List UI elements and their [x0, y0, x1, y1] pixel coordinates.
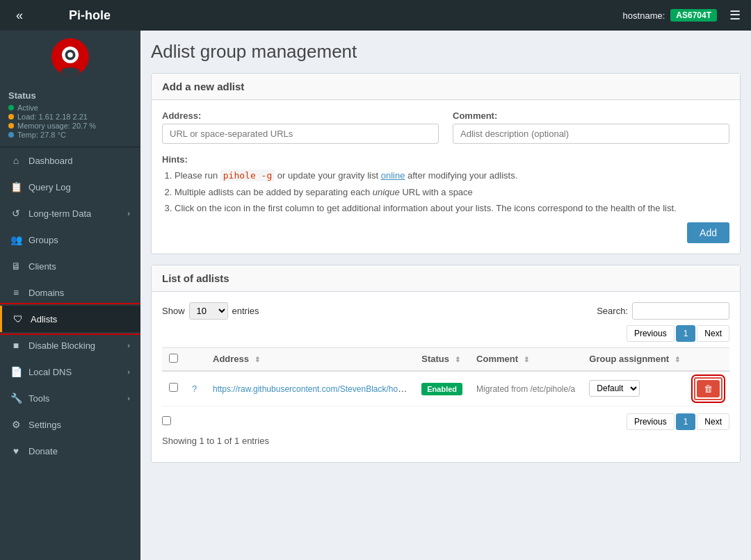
bottom-next-button[interactable]: Next — [697, 413, 729, 430]
sidebar-item-label: Settings — [29, 420, 61, 430]
delete-btn-wrapper: 🗑 — [694, 377, 722, 400]
hints-list: Please run pihole -g or update your grav… — [162, 169, 729, 215]
sidebar-item-domains[interactable]: ≡ Domains — [0, 279, 140, 306]
hostname-badge: AS6704T — [670, 9, 717, 22]
row-group-cell: Default — [582, 371, 687, 406]
clients-icon: 🖥 — [10, 261, 22, 272]
groups-icon: 👥 — [10, 234, 22, 245]
row-actions-cell: 🗑 — [687, 371, 729, 406]
address-input[interactable] — [162, 124, 439, 144]
row-address-link[interactable]: https://raw.githubusercontent.com/Steven… — [213, 384, 414, 394]
sidebar-item-tools[interactable]: 🔧 Tools › — [0, 385, 140, 411]
top-next-button[interactable]: Next — [697, 325, 729, 342]
sidebar-item-label: Local DNS — [29, 367, 72, 377]
sort-comment-icon: ⇕ — [524, 356, 529, 363]
status-active-line: Active — [8, 104, 132, 112]
hostname-label: hostname: — [623, 10, 665, 21]
chevron-right-icon: › — [127, 394, 130, 402]
table-bottom-area: Previous 1 Next — [162, 413, 729, 430]
sidebar-item-long-term-data[interactable]: ↺ Long-term Data › — [0, 200, 140, 227]
address-form-group: Address: — [162, 110, 439, 144]
query-log-icon: 📋 — [10, 181, 22, 192]
sidebar-item-groups[interactable]: 👥 Groups — [0, 227, 140, 253]
entries-select[interactable]: 10 25 50 100 — [189, 302, 228, 320]
add-adlist-button[interactable]: Add — [687, 222, 729, 243]
sidebar-item-disable-blocking[interactable]: ■ Disable Blocking › — [0, 332, 140, 359]
row-checkbox[interactable] — [169, 383, 178, 392]
sidebar-menu: ⌂ Dashboard 📋 Query Log ↺ Long-term Data… — [0, 147, 140, 464]
tools-icon: 🔧 — [10, 393, 22, 404]
search-area: Search: — [597, 302, 729, 320]
top-navbar: « Pi-hole hostname: AS6704T ☰ — [0, 0, 751, 31]
sidebar-item-label: Domains — [29, 288, 64, 298]
top-pagination-row: Previous 1 Next — [162, 325, 729, 342]
delete-adlist-button[interactable]: 🗑 — [697, 380, 720, 397]
row-status-cell: Enabled — [414, 371, 469, 406]
info-icon[interactable]: ? — [192, 384, 197, 394]
sidebar: Status Active Load: 1.61 2.18 2.21 Memor… — [0, 31, 140, 560]
sidebar-item-adlists[interactable]: 🛡 Adlists — [0, 306, 140, 332]
sidebar-item-label: Long-term Data — [29, 208, 91, 219]
sidebar-item-donate[interactable]: ♥ Donate — [0, 438, 140, 464]
domains-icon: ≡ — [10, 287, 22, 298]
th-address[interactable]: Address ⇕ — [206, 347, 414, 371]
add-adlist-form-row: Address: Comment: — [162, 110, 729, 144]
temp-dot-icon — [8, 132, 14, 138]
status-temp-line: Temp: 27.8 °C — [8, 131, 132, 139]
sidebar-item-dashboard[interactable]: ⌂ Dashboard — [0, 147, 140, 174]
group-assignment-select[interactable]: Default — [589, 380, 640, 397]
th-status[interactable]: Status ⇕ — [414, 347, 469, 371]
active-dot-icon — [8, 105, 14, 110]
hints-section: Hints: Please run pihole -g or update yo… — [162, 154, 729, 215]
th-comment[interactable]: Comment ⇕ — [469, 347, 582, 371]
select-all-checkbox[interactable] — [169, 354, 178, 363]
bottom-page-1-button[interactable]: 1 — [676, 413, 696, 430]
sidebar-item-local-dns[interactable]: 📄 Local DNS › — [0, 359, 140, 385]
status-badge: Enabled — [421, 383, 462, 395]
th-group[interactable]: Group assignment ⇕ — [582, 347, 687, 371]
top-previous-button[interactable]: Previous — [627, 325, 675, 342]
chevron-right-icon: › — [127, 341, 130, 349]
app-title: Pi-hole — [29, 8, 151, 23]
pihole-logo-icon — [49, 36, 91, 78]
main-wrapper: Status Active Load: 1.61 2.18 2.21 Memor… — [0, 31, 751, 560]
status-title: Status — [8, 90, 132, 101]
bottom-previous-button[interactable]: Previous — [627, 413, 675, 430]
donate-icon: ♥ — [10, 445, 22, 456]
sidebar-item-label: Dashboard — [29, 156, 73, 166]
hamburger-button[interactable]: ☰ — [729, 8, 741, 23]
show-entries-control: Show 10 25 50 100 entries — [162, 302, 259, 320]
comment-input[interactable] — [453, 124, 729, 144]
hint-1: Please run pihole -g or update your grav… — [175, 169, 729, 183]
navbar-left: « Pi-hole — [10, 8, 151, 23]
adlists-table: Address ⇕ Status ⇕ Comment ⇕ Group assig… — [162, 347, 729, 406]
hint-3: Click on the icon in the first column to… — [175, 201, 729, 215]
add-btn-row: Add — [162, 222, 729, 243]
bottom-checkbox[interactable] — [162, 416, 171, 425]
row-address-cell: https://raw.githubusercontent.com/Steven… — [206, 371, 414, 406]
list-adlists-card-header: List of adlists — [152, 265, 740, 292]
row-comment-cell: Migrated from /etc/pihole/a — [469, 371, 582, 406]
chevron-right-icon: › — [127, 209, 130, 217]
table-header-row: Address ⇕ Status ⇕ Comment ⇕ Group assig… — [162, 347, 729, 371]
status-load-line: Load: 1.61 2.18 2.21 — [8, 113, 132, 121]
memory-dot-icon — [8, 123, 14, 129]
sidebar-item-settings[interactable]: ⚙ Settings — [0, 411, 140, 438]
sidebar-item-label: Tools — [29, 393, 49, 404]
sidebar-logo — [0, 31, 140, 83]
sidebar-item-clients[interactable]: 🖥 Clients — [0, 253, 140, 279]
sidebar-item-label: Disable Blocking — [29, 340, 95, 351]
chevron-right-icon: › — [127, 368, 130, 376]
long-term-icon: ↺ — [10, 208, 22, 219]
search-input[interactable] — [632, 302, 729, 320]
list-adlists-card-body: Show 10 25 50 100 entries Search: — [152, 292, 740, 462]
sidebar-toggle-button[interactable]: « — [10, 8, 29, 23]
online-link[interactable]: online — [381, 170, 405, 181]
sidebar-item-label: Adlists — [31, 314, 57, 324]
sidebar-item-query-log[interactable]: 📋 Query Log — [0, 174, 140, 200]
table-row: ? https://raw.githubusercontent.com/Stev… — [162, 371, 729, 406]
top-page-1-button[interactable]: 1 — [676, 325, 696, 342]
showing-entries-text: Showing 1 to 1 of 1 entries — [162, 430, 729, 452]
row-info-cell: ? — [185, 371, 206, 406]
svg-point-2 — [61, 67, 80, 76]
